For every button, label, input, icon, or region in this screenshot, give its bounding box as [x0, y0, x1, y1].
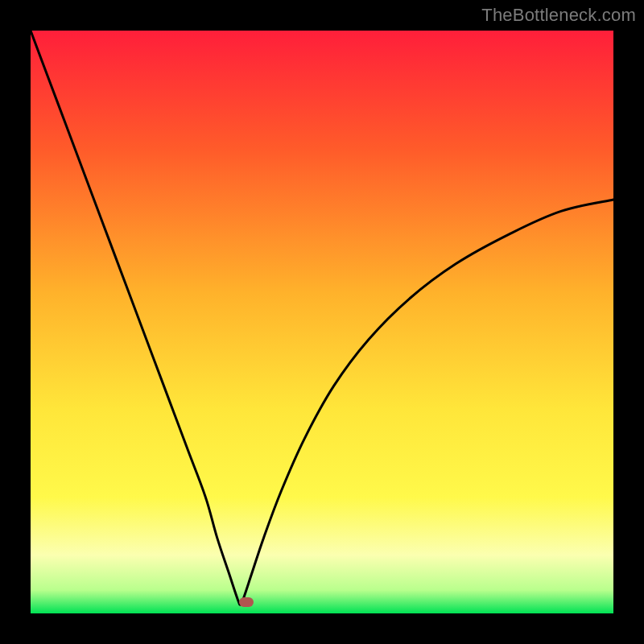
bottleneck-curve	[31, 31, 613, 613]
watermark-text: TheBottleneck.com	[481, 5, 636, 26]
optimal-point-marker	[239, 597, 254, 607]
chart-frame: TheBottleneck.com	[0, 0, 644, 644]
